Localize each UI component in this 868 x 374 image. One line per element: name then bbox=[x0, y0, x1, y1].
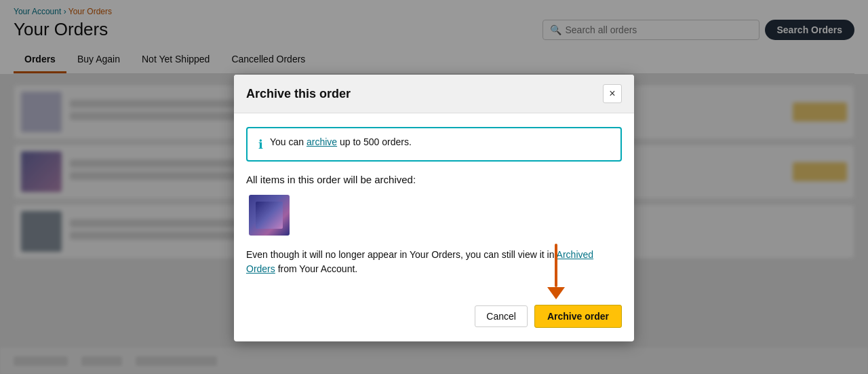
info-text: You can archive up to 500 orders. bbox=[270, 136, 412, 147]
note-text: Even though it will no longer appear in … bbox=[246, 248, 622, 276]
note-post: from Your Account. bbox=[275, 263, 357, 274]
modal-body: ℹ You can archive up to 500 orders. All … bbox=[234, 113, 634, 305]
modal-footer: Cancel Archive order bbox=[234, 305, 634, 341]
modal-overlay: Archive this order × ℹ You can archive u… bbox=[0, 0, 868, 374]
product-thumb-inner bbox=[256, 202, 283, 229]
info-archive-link[interactable]: archive bbox=[307, 136, 337, 147]
modal-close-button[interactable]: × bbox=[603, 84, 622, 103]
archive-label: All items in this order will be archived… bbox=[246, 174, 622, 185]
info-box: ℹ You can archive up to 500 orders. bbox=[246, 127, 622, 162]
info-pre: You can bbox=[270, 136, 307, 147]
archive-modal: Archive this order × ℹ You can archive u… bbox=[234, 75, 634, 341]
modal-title: Archive this order bbox=[246, 87, 351, 101]
modal-header: Archive this order × bbox=[234, 75, 634, 113]
info-icon: ℹ bbox=[258, 137, 263, 152]
note-pre: Even though it will no longer appear in … bbox=[246, 249, 557, 260]
archive-order-button[interactable]: Archive order bbox=[534, 305, 622, 328]
arrow-container: Cancel Archive order bbox=[234, 305, 634, 341]
product-thumb-area bbox=[246, 195, 622, 236]
product-thumbnail bbox=[249, 195, 290, 236]
cancel-button[interactable]: Cancel bbox=[475, 305, 528, 327]
info-post: up to 500 orders. bbox=[337, 136, 412, 147]
